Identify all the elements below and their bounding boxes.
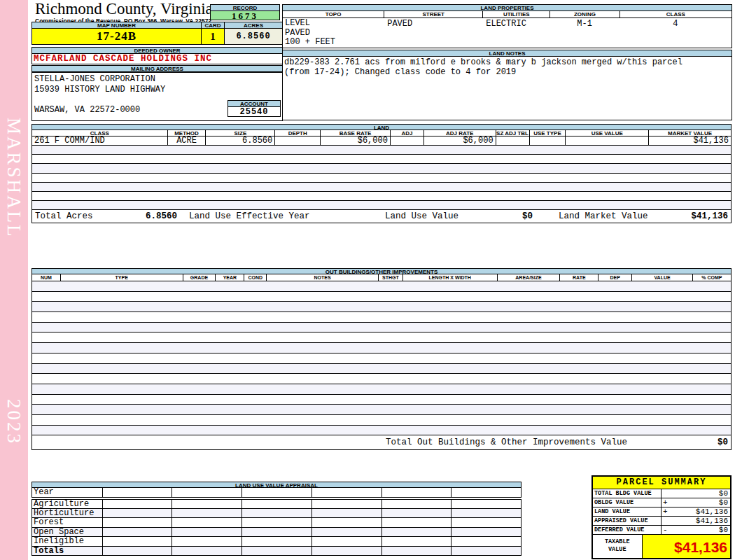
land-totals-row: Total Acres 6.8560 Land Use Effective Ye…: [31, 210, 732, 223]
ob-col-rate: RATE: [559, 274, 598, 281]
effective-year-label: Land Use Effective Year: [189, 210, 310, 223]
lua-row-open-space-cell: [172, 528, 241, 537]
lua-row-agriculture-cell: [241, 500, 312, 508]
deeded-owner-box: DEEDED OWNER MCFARLAND CASCADE HOLDINGS …: [31, 47, 283, 64]
ob-col--comp: % COMP: [692, 274, 731, 281]
topo-line: PAVED: [285, 29, 335, 38]
lua-row-agriculture-cell: [102, 500, 172, 508]
lua-row-open-space-label: Open Space: [32, 528, 102, 537]
ob-col-num: NUM: [32, 274, 60, 281]
land-cell-sz-adj-tbl: [496, 136, 529, 146]
psum-label: DEFERRED VALUE: [593, 526, 662, 534]
land-col-use-value: USE VALUE: [565, 130, 648, 136]
land-notes-box: db229-383 2.761 acs from milford e brook…: [282, 57, 732, 120]
land-col-use-type: USE TYPE: [529, 130, 566, 136]
out-buildings-empty-rows: [31, 281, 732, 435]
map-card-acres-row: MAP NUMBER 17-24B CARD 1 ACRES 6.8560: [31, 22, 283, 45]
lua-row-agriculture-cell: [382, 500, 451, 508]
land-empty-rows: [31, 146, 732, 210]
land-empty-row: [32, 146, 731, 155]
lua-year-row-cell: [451, 488, 521, 497]
land-empty-row: [32, 183, 731, 192]
psum-value: $0: [674, 526, 730, 534]
record-value: 1673: [210, 11, 280, 20]
land-cell-size: 6.8560: [205, 136, 274, 146]
lua-row-totals-cell: [172, 547, 241, 556]
land-prop-col-zoning: ZONING: [550, 11, 619, 18]
acres-label: ACRES: [225, 22, 283, 29]
land-properties-title: LAND PROPERTIES: [282, 4, 732, 11]
lua-row-open-space-cell: [451, 528, 521, 537]
land-notes-line: db229-383 2.761 acs from milford e brook…: [284, 57, 732, 67]
lua-row-totals-cell: [451, 547, 521, 556]
address-line: 15939 HISTORY LAND HIGHWAY: [34, 85, 282, 95]
land-prop-col-street: STREET: [384, 11, 482, 18]
ob-col-area-size: AREA/SIZE: [497, 274, 560, 281]
ob-col-value: VALUE: [631, 274, 692, 281]
lua-row-open-space-cell: [102, 528, 172, 537]
out-buildings-total-label: Total Out Buildings & Other Improvements…: [386, 435, 627, 449]
ob-empty-row: [32, 374, 731, 384]
lua-row-horticulture-cell: [451, 509, 521, 518]
ob-col-length-x-width: LENGTH X WIDTH: [402, 274, 497, 281]
lua-row-forest-cell: [451, 518, 521, 527]
psum-label: APPRAISED VALUE: [593, 517, 662, 525]
land-notes-title: LAND NOTES: [282, 50, 732, 57]
out-buildings-table: OUT BUILDINGS/OTHER IMPROVEMENTS NUMTYPE…: [31, 268, 732, 450]
psum-sign: [662, 489, 674, 498]
lua-row-open-space-cell: [382, 528, 451, 537]
land-col-depth: DEPTH: [274, 130, 320, 136]
land-cell-market-value: $41,136: [648, 136, 731, 146]
psum-label: OBLDG VALUE: [593, 498, 662, 507]
topo-value: LEVEL PAVED 100 + FEET: [285, 19, 335, 48]
land-data-row: 261 F COMM/INDACRE6.8560$6,000$6,000$41,…: [31, 136, 732, 146]
land-use-appraisal-table: LAND USE VALUE APPRAISAL YearAgriculture…: [31, 482, 522, 556]
lua-year-row-cell: [172, 488, 241, 497]
ob-col-type: TYPE: [60, 274, 183, 281]
land-empty-row: [32, 164, 731, 173]
parcel-summary-rows: TOTAL BLDG VALUE$0OBLDG VALUE+$0LAND VAL…: [593, 489, 730, 535]
psum-value: $0: [674, 489, 730, 498]
psum-row-total-bldg-value: TOTAL BLDG VALUE$0: [593, 489, 730, 498]
lua-year-row-cell: [241, 488, 312, 497]
lua-year-row-cell: [312, 488, 382, 497]
acres-value: 6.8560: [225, 29, 283, 45]
lua-row-agriculture-label: Agriculture: [32, 500, 102, 508]
lua-row-agriculture-cell: [172, 500, 241, 508]
lua-row-horticulture: Horticulture: [31, 509, 522, 519]
account-label: ACCOUNT: [227, 100, 281, 107]
out-buildings-total-value: $0: [718, 435, 728, 449]
ob-empty-row: [32, 384, 731, 395]
lua-row-open-space-cell: [241, 528, 312, 537]
ob-empty-row: [32, 395, 731, 405]
lua-row-ineligible-cell: [241, 537, 312, 546]
mailing-address-label: MAILING ADDRESS: [31, 65, 283, 72]
lua-row-horticulture-cell: [241, 509, 312, 518]
taxable-value-row: TAXABLE VALUE $41,136: [593, 535, 730, 558]
taxable-value-amount: $41,136: [643, 535, 730, 558]
land-cell-use-value: [565, 136, 648, 146]
psum-sign: +: [662, 507, 674, 516]
lua-row-horticulture-cell: [312, 509, 382, 518]
record-box: RECORD 1673: [210, 4, 280, 20]
account-value: 25540: [227, 107, 281, 117]
lua-row-totals-cell: [312, 547, 382, 556]
lua-row-horticulture-cell: [382, 509, 451, 518]
land-prop-col-topo: TOPO: [283, 11, 384, 18]
lua-row-totals-cell: [241, 547, 312, 556]
land-cell-class: 261 F COMM/IND: [32, 136, 167, 146]
zoning-value: M-1: [550, 19, 619, 29]
topo-line: LEVEL: [285, 19, 335, 29]
lua-row-open-space: Open Space: [31, 528, 522, 538]
land-properties-header-row: TOPOSTREETUTILITIESZONINGCLASS: [282, 11, 732, 18]
land-prop-col-utilities: UTILITIES: [482, 11, 550, 18]
land-cell-base-rate: $6,000: [320, 136, 390, 146]
map-number-value: 17-24B: [31, 29, 202, 45]
ob-empty-row: [32, 292, 731, 302]
land-col-method: METHOD: [167, 130, 206, 136]
taxable-label-line: TAXABLE: [593, 538, 642, 546]
ob-empty-row: [32, 332, 731, 343]
out-buildings-header-row: NUMTYPEGRADEYEARCONDNOTESSTHGTLENGTH X W…: [31, 274, 732, 281]
taxable-value-label: TAXABLE VALUE: [593, 535, 643, 558]
property-record-card: Richmond County, Virginia Commissioner o…: [28, 0, 735, 560]
